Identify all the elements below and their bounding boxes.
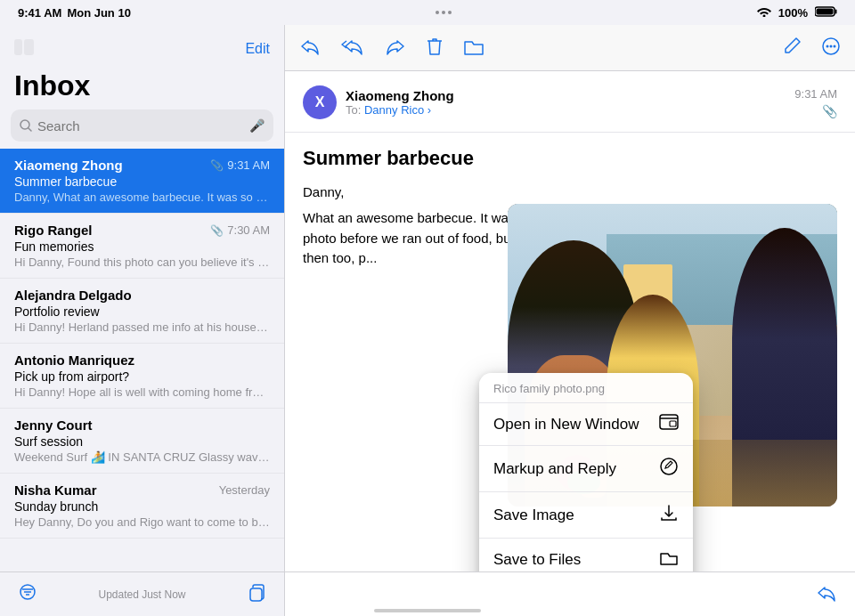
microphone-icon[interactable]: 🎤 (249, 118, 265, 133)
edit-button[interactable]: Edit (245, 41, 270, 57)
email-list-item[interactable]: Xiaomeng Zhong 📎 9:31 AM Summer barbecue… (0, 149, 284, 214)
reply-icon[interactable] (299, 37, 321, 59)
sidebar: Edit Inbox 🎤 Xiaomeng Zhong 📎 9: (0, 25, 285, 616)
battery-percentage: 100% (778, 6, 808, 20)
window-icon (659, 414, 679, 434)
inbox-title: Inbox (0, 69, 284, 109)
sender-details: Xiaomeng Zhong To: Danny Rico › (346, 88, 454, 117)
detail-toolbar (285, 25, 855, 71)
svg-rect-11 (250, 588, 262, 601)
reply-bottom-icon[interactable] (816, 584, 837, 605)
detail-toolbar-left (299, 36, 484, 60)
status-bar-center-dots (436, 11, 452, 14)
forward-icon[interactable] (385, 37, 406, 59)
sender-name: Xiaomeng Zhong (346, 88, 454, 103)
context-menu-open-new-window[interactable]: Open in New Window (479, 403, 693, 446)
svg-rect-4 (24, 39, 34, 55)
recipient-name[interactable]: Danny Rico (364, 103, 424, 117)
detail-bottom-bar (285, 571, 855, 616)
sidebar-toolbar: Edit (0, 25, 284, 69)
svg-line-6 (28, 128, 31, 131)
status-bar-left: 9:41 AM Mon Jun 10 (18, 6, 131, 20)
copy-stack-icon[interactable] (247, 583, 266, 606)
detail-toolbar-right (782, 36, 841, 60)
trash-icon[interactable] (426, 36, 444, 60)
save-files-icon (659, 549, 679, 570)
save-image-label: Save Image (493, 507, 574, 524)
detail-pane: X Xiaomeng Zhong To: Danny Rico › 9:31 A… (285, 25, 855, 616)
context-menu-save-to-files[interactable]: Save to Files (479, 539, 693, 571)
context-menu-save-image[interactable]: Save Image (479, 492, 693, 539)
email-greeting: Danny, (303, 184, 837, 199)
email-list-item[interactable]: Rigo Rangel 📎 7:30 AM Fun memories Hi Da… (0, 214, 284, 279)
markup-icon (659, 457, 679, 481)
chevron-icon: › (428, 103, 431, 117)
email-list-item[interactable]: Alejandra Delgado Portfolio review Hi Da… (0, 279, 284, 344)
email-list-item[interactable]: Jenny Court Surf session Weekend Surf 🏄 … (0, 409, 284, 474)
email-list-item[interactable]: Antonio Manriquez Pick up from airport? … (0, 344, 284, 409)
sidebar-bottom-bar: Updated Just Now (0, 571, 284, 616)
svg-rect-3 (14, 39, 22, 55)
svg-rect-1 (835, 9, 836, 13)
avatar: X (303, 85, 337, 119)
detail-body: Summer barbecue Danny, What an awesome b… (285, 133, 855, 571)
recipient-line[interactable]: To: Danny Rico › (346, 103, 454, 117)
ipad-frame: 9:41 AM Mon Jun 10 100% (0, 0, 855, 616)
context-menu: Rico family photo.png Open in New Window (479, 373, 693, 571)
svg-rect-18 (670, 421, 676, 426)
svg-point-15 (834, 45, 836, 47)
status-bar: 9:41 AM Mon Jun 10 100% (0, 0, 855, 25)
paperclip-icon: 📎 (822, 104, 837, 118)
save-to-files-label: Save to Files (493, 551, 581, 569)
search-input[interactable] (37, 118, 244, 134)
email-timestamp: 9:31 AM (794, 87, 837, 101)
timestamp-area: 9:31 AM 📎 (794, 87, 837, 118)
search-bar[interactable]: 🎤 (11, 109, 273, 142)
more-icon[interactable] (821, 36, 841, 60)
svg-rect-2 (816, 8, 833, 14)
folder-icon[interactable] (463, 37, 484, 59)
markup-reply-label: Markup and Reply (493, 460, 616, 478)
filter-icon[interactable] (18, 584, 37, 604)
email-list: Xiaomeng Zhong 📎 9:31 AM Summer barbecue… (0, 149, 284, 571)
updated-text: Updated Just Now (98, 588, 185, 601)
wifi-icon (757, 6, 771, 20)
status-time: 9:41 AM (18, 6, 61, 20)
battery-icon (815, 6, 837, 20)
svg-point-14 (830, 45, 833, 47)
open-new-window-label: Open in New Window (493, 416, 639, 434)
sidebar-toggle-icon[interactable] (14, 39, 34, 59)
svg-rect-16 (660, 415, 678, 429)
context-menu-markup-reply[interactable]: Markup and Reply (479, 446, 693, 492)
main-layout: Edit Inbox 🎤 Xiaomeng Zhong 📎 9: (0, 25, 855, 616)
sender-info: X Xiaomeng Zhong To: Danny Rico › (303, 85, 454, 119)
svg-point-13 (826, 45, 829, 47)
status-day: Mon Jun 10 (67, 6, 131, 20)
save-image-icon (659, 503, 679, 527)
context-menu-filename: Rico family photo.png (479, 373, 693, 403)
detail-header: X Xiaomeng Zhong To: Danny Rico › 9:31 A… (285, 71, 855, 133)
search-icon (20, 119, 32, 132)
home-indicator (374, 609, 481, 612)
email-list-item[interactable]: Nisha Kumar Yesterday Sunday brunch Hey … (0, 474, 284, 539)
compose-icon[interactable] (782, 36, 802, 60)
email-subject: Summer barbecue (303, 147, 837, 170)
sender-row: X Xiaomeng Zhong To: Danny Rico › 9:31 A… (303, 85, 837, 119)
reply-all-icon[interactable] (340, 37, 365, 59)
status-bar-right: 100% (757, 6, 837, 20)
